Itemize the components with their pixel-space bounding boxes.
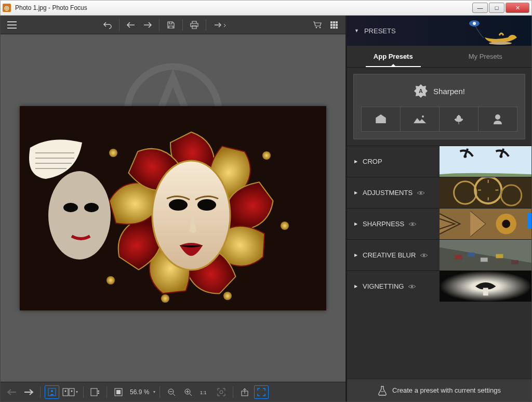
svg-point-49 — [499, 155, 502, 158]
section-creative-blur[interactable]: ▶ CREATIVE BLUR — [347, 239, 531, 270]
zoom-in-button[interactable] — [181, 385, 195, 399]
fit-button[interactable] — [111, 385, 126, 399]
eye-icon — [420, 252, 428, 258]
minimize-button[interactable]: — — [472, 3, 488, 13]
svg-point-68 — [411, 286, 413, 288]
svg-rect-8 — [330, 27, 332, 29]
svg-rect-64 — [511, 260, 518, 264]
svg-point-58 — [411, 223, 414, 225]
svg-point-65 — [423, 254, 425, 256]
svg-point-1 — [320, 27, 321, 28]
svg-rect-47 — [440, 146, 532, 177]
title-bar: ◎ Photo 1.jpg - Photo Focus — □ ✕ — [0, 0, 532, 16]
presets-title: PRESETS — [364, 27, 396, 35]
export-button[interactable] — [237, 385, 252, 399]
svg-rect-61 — [468, 253, 475, 257]
chevron-right-icon: ▶ — [354, 253, 357, 257]
cart-button[interactable] — [310, 18, 325, 32]
svg-point-46 — [495, 114, 500, 120]
svg-rect-7 — [336, 24, 338, 26]
svg-rect-35 — [116, 390, 121, 394]
save-button[interactable] — [164, 18, 178, 32]
category-landscape[interactable] — [401, 107, 440, 132]
view-single-button[interactable] — [45, 385, 59, 399]
undo-button[interactable] — [100, 18, 115, 32]
blur-bg-icon — [440, 240, 532, 270]
category-architecture[interactable] — [361, 107, 401, 132]
svg-rect-2 — [330, 21, 332, 23]
svg-point-30 — [71, 390, 73, 392]
section-crop[interactable]: ▶ CROP — [347, 146, 531, 177]
panel-collapse-handle[interactable] — [527, 213, 531, 229]
svg-point-23 — [63, 203, 78, 212]
section-sharpness[interactable]: ▶ SHARPNESS — [347, 208, 531, 239]
svg-point-0 — [316, 27, 317, 28]
preset-tabs: App Presets My Presets — [347, 46, 531, 68]
menu-button[interactable] — [5, 18, 19, 32]
svg-point-13 — [109, 149, 117, 157]
svg-rect-4 — [336, 21, 338, 23]
svg-rect-3 — [333, 21, 335, 23]
zoom-out-button[interactable] — [164, 385, 179, 399]
svg-rect-31 — [91, 388, 97, 396]
eye-icon — [417, 190, 425, 196]
svg-point-18 — [161, 294, 169, 303]
view-filmstrip-button[interactable] — [88, 385, 102, 399]
maximize-button[interactable]: □ — [489, 3, 504, 13]
svg-rect-60 — [455, 255, 462, 260]
share-button[interactable] — [210, 18, 229, 32]
svg-rect-6 — [333, 24, 335, 26]
chevron-right-icon: ▶ — [354, 284, 357, 289]
print-button[interactable] — [187, 18, 202, 32]
svg-text:A: A — [419, 88, 423, 94]
tab-app-presets[interactable]: App Presets — [347, 46, 440, 67]
svg-rect-27 — [63, 388, 68, 396]
back-button[interactable] — [124, 18, 138, 32]
category-macro[interactable] — [440, 107, 478, 132]
presets-header[interactable]: ▼ PRESETS — [347, 16, 531, 46]
fullscreen-button[interactable] — [254, 385, 269, 399]
svg-point-17 — [223, 292, 232, 300]
svg-point-20 — [169, 199, 188, 211]
zoom-100-button[interactable]: 1:1 — [197, 385, 212, 399]
main-toolbar — [1, 16, 345, 34]
svg-rect-32 — [98, 391, 99, 392]
svg-text:1:1: 1:1 — [200, 390, 207, 395]
photo-canvas[interactable] — [20, 106, 326, 310]
section-adjustments[interactable]: ▶ ADJUSTMENTS — [347, 177, 531, 208]
grid-button[interactable] — [327, 18, 341, 32]
sharpen-panel: A Sharpen! — [353, 74, 525, 139]
crop-bg-icon — [440, 146, 532, 177]
forward-button[interactable] — [140, 18, 155, 32]
svg-rect-28 — [69, 388, 74, 396]
category-portrait[interactable] — [478, 107, 517, 132]
svg-rect-63 — [496, 254, 503, 258]
magic-lamp-icon — [459, 16, 531, 46]
sharpness-bg-icon — [440, 209, 532, 239]
svg-rect-67 — [483, 288, 488, 295]
chevron-right-icon: ▶ — [354, 190, 357, 195]
sharpen-button[interactable]: A Sharpen! — [414, 82, 465, 100]
zoom-value: 56.9 % — [130, 388, 149, 396]
zoom-region-button[interactable] — [214, 385, 229, 399]
close-button[interactable]: ✕ — [506, 3, 529, 13]
svg-point-26 — [51, 390, 53, 392]
next-image-button[interactable] — [21, 385, 36, 399]
create-preset-button[interactable]: Create a preset with current settings — [347, 379, 531, 401]
chevron-right-icon: ▶ — [354, 159, 357, 164]
svg-point-14 — [262, 151, 271, 160]
canvas-area[interactable] — [1, 34, 345, 382]
view-compare-button[interactable]: ▾ — [61, 385, 79, 399]
window-controls: — □ ✕ — [472, 3, 529, 13]
sharpen-badge-icon: A — [414, 84, 428, 98]
sharpen-categories — [361, 107, 517, 132]
svg-point-16 — [107, 276, 115, 284]
section-vignetting[interactable]: ▶ VIGNETTING — [347, 270, 531, 302]
tab-my-presets[interactable]: My Presets — [440, 46, 532, 67]
bottom-toolbar: ▾ 56.9 % ▾ 1:1 — [1, 382, 345, 401]
eye-icon — [408, 283, 416, 290]
adjustments-bg-icon — [440, 177, 532, 208]
prev-image-button[interactable] — [5, 385, 19, 399]
app-icon: ◎ — [3, 4, 11, 12]
window-title: Photo 1.jpg - Photo Focus — [15, 4, 87, 11]
